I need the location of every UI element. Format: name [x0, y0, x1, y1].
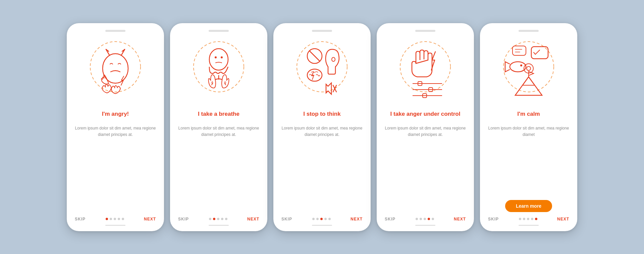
illustration-control [392, 37, 459, 104]
svg-point-6 [194, 42, 244, 92]
dot-4-2 [420, 218, 422, 220]
illustration-angry [82, 37, 149, 104]
phone-4: I take anger under control Lorem ipsum d… [377, 23, 474, 231]
phone-1-next[interactable]: NEXT [144, 217, 156, 221]
phone-notch-2 [209, 30, 229, 32]
svg-line-13 [309, 51, 320, 61]
dot-3-3 [320, 218, 323, 220]
phone-5-title: I'm calm [517, 107, 540, 122]
phone-2-body: Lorem ipsum dolor sit dim amet, mea regi… [178, 125, 259, 213]
learn-more-button[interactable]: Learn more [505, 200, 552, 212]
dot-1-4 [118, 218, 120, 220]
illustration-calm [495, 37, 562, 104]
dot-4-1 [416, 218, 418, 220]
dot-3-5 [328, 218, 331, 220]
svg-point-30 [520, 64, 522, 66]
phone-2-next[interactable]: NEXT [247, 217, 259, 221]
phone-4-skip[interactable]: SKIP [385, 217, 395, 221]
dot-5-2 [523, 218, 525, 220]
phone-1-title: I'm angry! [102, 107, 129, 122]
phone-notch-1 [105, 30, 125, 32]
phone-2-skip[interactable]: SKIP [178, 217, 189, 221]
phone-3-body: Lorem ipsum dolor sit dim amet, mea regi… [281, 125, 363, 213]
dot-5-5 [535, 218, 537, 220]
phone-3-nav: SKIP NEXT [281, 213, 363, 221]
svg-point-32 [527, 66, 531, 70]
phone-notch-4 [415, 30, 435, 32]
phone-4-nav: SKIP NEXT [385, 213, 466, 221]
phone-1: I'm angry! Lorem ipsum dolor sit dim ame… [67, 23, 164, 231]
phone-1-dots [106, 218, 124, 220]
dot-2-5 [225, 218, 227, 220]
phone-2-divider [209, 225, 229, 226]
phone-4-body: Lorem ipsum dolor sit dim amet, mea regi… [385, 125, 466, 213]
phone-5-nav: SKIP NEXT [488, 213, 569, 221]
phone-4-title: I take anger under control [390, 107, 461, 122]
illustration-think [288, 37, 356, 104]
svg-point-29 [510, 62, 526, 72]
phone-3: I stop to think Lorem ipsum dolor sit di… [273, 23, 371, 231]
phone-2: I take a breathe Lorem ipsum dolor sit d… [170, 23, 267, 231]
phone-5-next[interactable]: NEXT [557, 217, 569, 221]
dot-5-1 [519, 218, 521, 220]
svg-marker-27 [515, 77, 542, 95]
phone-4-dots [416, 218, 434, 220]
phone-5: I'm calm Lorem ipsum dolor sit dim amet,… [480, 23, 577, 231]
phone-3-divider [312, 225, 332, 226]
phone-1-nav: SKIP NEXT [75, 213, 156, 221]
phone-3-title: I stop to think [303, 107, 340, 122]
phone-3-dots [312, 218, 331, 220]
phone-1-skip[interactable]: SKIP [75, 217, 86, 221]
dot-2-1 [209, 218, 211, 220]
phone-5-dots [519, 218, 537, 220]
phone-5-skip[interactable]: SKIP [488, 217, 499, 221]
svg-point-0 [90, 42, 141, 92]
svg-point-15 [332, 57, 335, 61]
phone-2-dots [209, 218, 227, 220]
dot-1-1 [106, 218, 108, 220]
svg-point-7 [209, 49, 228, 70]
phone-4-next[interactable]: NEXT [454, 217, 466, 221]
dot-5-4 [531, 218, 533, 220]
phone-3-next[interactable]: NEXT [351, 217, 363, 221]
phone-4-divider [415, 225, 435, 226]
dot-1-3 [114, 218, 116, 220]
dot-4-3 [424, 218, 426, 220]
dot-1-5 [122, 218, 124, 220]
phone-1-body: Lorem ipsum dolor sit dim amet, mea regi… [75, 125, 156, 213]
phone-notch-3 [312, 30, 332, 32]
svg-point-8 [215, 56, 217, 58]
svg-point-18 [400, 42, 450, 92]
svg-marker-28 [523, 77, 535, 85]
phone-5-divider [519, 225, 539, 226]
svg-point-9 [221, 56, 223, 58]
phone-5-body: Lorem ipsum dolor sit dim amet, mea regi… [488, 125, 569, 197]
dot-4-5 [432, 218, 434, 220]
dot-4-4 [428, 218, 430, 220]
phone-2-nav: SKIP NEXT [178, 213, 259, 221]
dot-3-4 [324, 218, 327, 220]
phone-2-title: I take a breathe [198, 107, 239, 122]
svg-rect-35 [513, 46, 526, 55]
dot-3-2 [316, 218, 319, 220]
phone-1-divider [105, 225, 125, 226]
dot-1-2 [110, 218, 112, 220]
phones-container: I'm angry! Lorem ipsum dolor sit dim ame… [67, 23, 577, 231]
dot-5-3 [527, 218, 529, 220]
phone-3-skip[interactable]: SKIP [281, 217, 292, 221]
dot-2-3 [217, 218, 219, 220]
illustration-breathe [185, 37, 252, 104]
dot-2-2 [213, 218, 215, 220]
phone-notch-5 [519, 30, 539, 32]
svg-point-11 [297, 42, 347, 92]
dot-3-1 [312, 218, 315, 220]
dot-2-4 [221, 218, 223, 220]
